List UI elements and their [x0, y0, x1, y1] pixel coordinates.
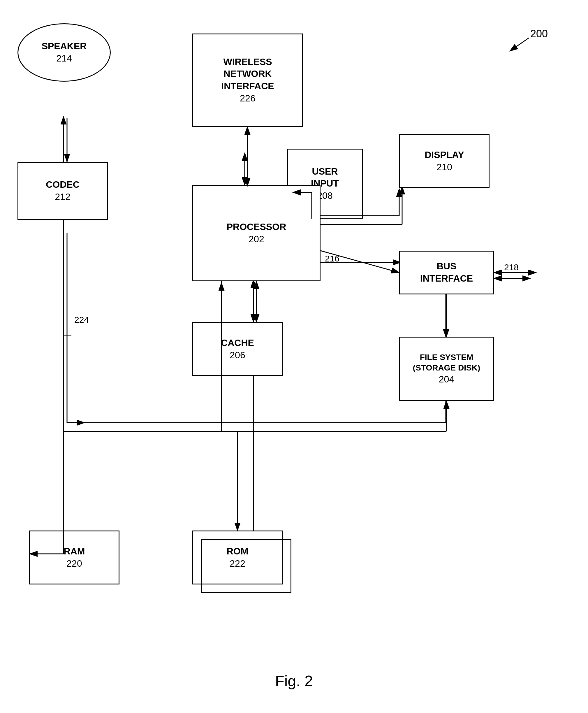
ram-node: RAM 220 [29, 531, 120, 585]
bus-interface-node: BUSINTERFACE [399, 251, 494, 294]
codec-node: CODEC 212 [18, 162, 108, 220]
ref-216-label: 216 [325, 253, 339, 264]
display-ref: 210 [437, 161, 452, 174]
ram-label: RAM [64, 545, 85, 558]
file-system-label: FILE SYSTEM(STORAGE DISK) [413, 352, 480, 373]
wireless-node: WIRELESSNETWORKINTERFACE 226 [192, 34, 303, 127]
wireless-label: WIRELESSNETWORKINTERFACE [221, 56, 274, 93]
cache-label: CACHE [221, 337, 254, 349]
display-label: DISPLAY [424, 149, 464, 161]
ref-200-label: 200 [530, 28, 548, 40]
processor-label: PROCESSOR [227, 221, 286, 233]
display-node: DISPLAY 210 [399, 134, 489, 188]
ram-ref: 220 [66, 558, 82, 570]
codec-label: CODEC [46, 179, 80, 191]
processor-ref: 202 [249, 233, 264, 245]
file-system-ref: 204 [439, 373, 454, 386]
codec-ref: 212 [55, 191, 70, 203]
file-system-node: FILE SYSTEM(STORAGE DISK) 204 [399, 337, 494, 401]
bus-interface-label: BUSINTERFACE [420, 260, 473, 285]
diagram: SPEAKER 214 WIRELESSNETWORKINTERFACE 226… [0, 0, 588, 713]
ref-224-label: 224 [74, 315, 89, 325]
figure-label: Fig. 2 [275, 672, 313, 690]
ref-218-label: 218 [504, 262, 519, 272]
svg-line-20 [510, 38, 529, 51]
speaker-node: SPEAKER 214 [18, 23, 111, 82]
speaker-label: SPEAKER [42, 40, 87, 53]
wireless-ref: 226 [240, 93, 255, 105]
cache-ref: 206 [230, 349, 245, 362]
speaker-ref: 214 [56, 53, 72, 65]
processor-node: PROCESSOR 202 [192, 185, 320, 281]
cache-node: CACHE 206 [192, 322, 282, 376]
